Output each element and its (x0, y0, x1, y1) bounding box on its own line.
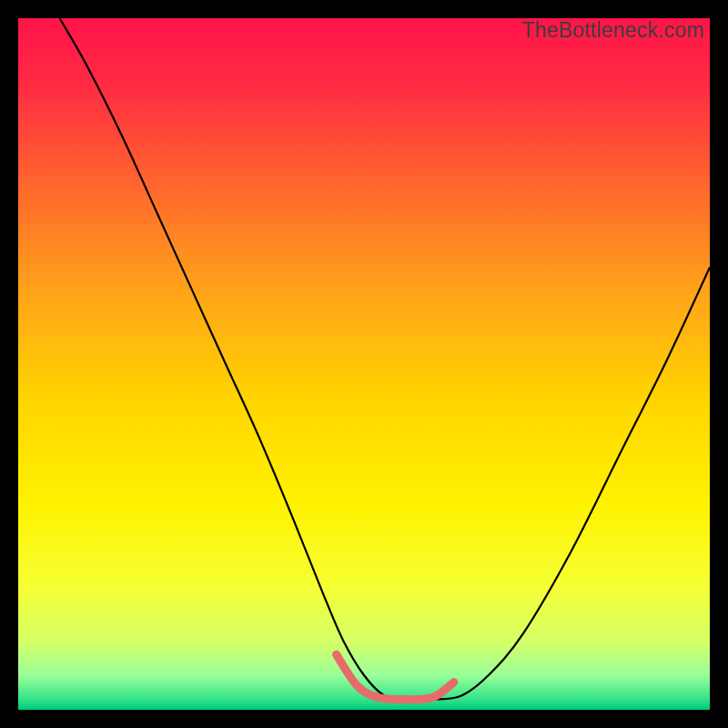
curve-layer (18, 18, 710, 710)
chart-frame: TheBottleneck.com (0, 0, 728, 728)
plot-area: TheBottleneck.com (18, 18, 710, 710)
bottleneck-curve (60, 18, 710, 700)
